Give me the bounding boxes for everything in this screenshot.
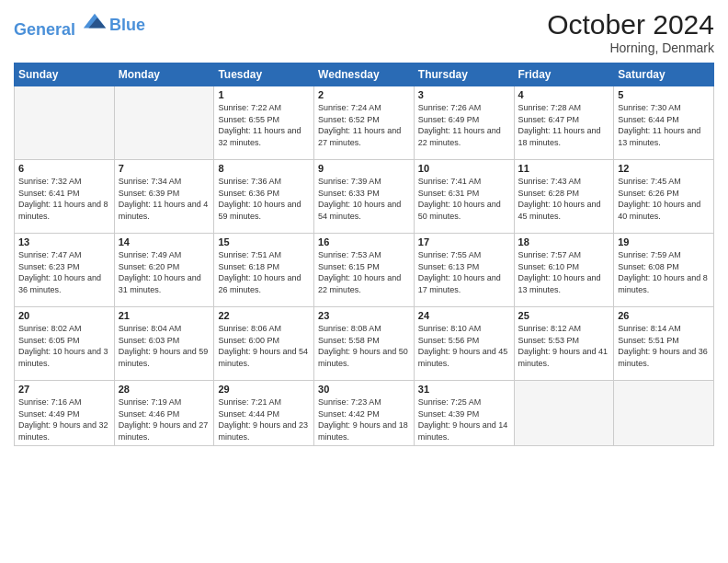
calendar-cell: 17Sunrise: 7:55 AM Sunset: 6:13 PM Dayli… xyxy=(414,234,514,307)
day-info: Sunrise: 7:24 AM Sunset: 6:52 PM Dayligh… xyxy=(318,102,410,148)
day-info: Sunrise: 8:10 AM Sunset: 5:56 PM Dayligh… xyxy=(418,323,510,369)
day-info: Sunrise: 8:12 AM Sunset: 5:53 PM Dayligh… xyxy=(518,323,610,369)
day-info: Sunrise: 7:36 AM Sunset: 6:36 PM Dayligh… xyxy=(218,176,310,222)
logo-icon xyxy=(82,9,108,35)
calendar-cell: 14Sunrise: 7:49 AM Sunset: 6:20 PM Dayli… xyxy=(114,234,214,307)
day-info: Sunrise: 7:53 AM Sunset: 6:15 PM Dayligh… xyxy=(318,249,410,295)
weekday-header-row: Sunday Monday Tuesday Wednesday Thursday… xyxy=(15,63,714,86)
logo: General Blue xyxy=(14,9,145,40)
calendar-cell: 13Sunrise: 7:47 AM Sunset: 6:23 PM Dayli… xyxy=(15,234,115,307)
header-monday: Monday xyxy=(114,63,214,86)
calendar-cell: 20Sunrise: 8:02 AM Sunset: 6:05 PM Dayli… xyxy=(15,307,115,381)
calendar: Sunday Monday Tuesday Wednesday Thursday… xyxy=(14,63,714,446)
calendar-cell: 15Sunrise: 7:51 AM Sunset: 6:18 PM Dayli… xyxy=(214,234,314,307)
day-number: 10 xyxy=(418,163,510,174)
header-tuesday: Tuesday xyxy=(214,63,314,86)
logo-blue-text: Blue xyxy=(109,17,145,35)
day-number: 29 xyxy=(218,384,310,395)
header: General Blue October 2024 Horning, Denma… xyxy=(14,9,714,55)
calendar-cell: 7Sunrise: 7:34 AM Sunset: 6:39 PM Daylig… xyxy=(114,160,214,234)
calendar-cell: 12Sunrise: 7:45 AM Sunset: 6:26 PM Dayli… xyxy=(614,160,714,234)
day-info: Sunrise: 7:25 AM Sunset: 4:39 PM Dayligh… xyxy=(418,396,510,442)
calendar-cell: 24Sunrise: 8:10 AM Sunset: 5:56 PM Dayli… xyxy=(414,307,514,381)
day-number: 20 xyxy=(18,310,110,321)
day-number: 8 xyxy=(218,163,310,174)
day-info: Sunrise: 7:41 AM Sunset: 6:31 PM Dayligh… xyxy=(418,176,510,222)
header-wednesday: Wednesday xyxy=(314,63,415,86)
calendar-cell: 26Sunrise: 8:14 AM Sunset: 5:51 PM Dayli… xyxy=(614,307,714,381)
day-info: Sunrise: 8:08 AM Sunset: 5:58 PM Dayligh… xyxy=(318,323,410,369)
day-info: Sunrise: 7:43 AM Sunset: 6:28 PM Dayligh… xyxy=(518,176,610,222)
day-info: Sunrise: 7:22 AM Sunset: 6:55 PM Dayligh… xyxy=(218,102,310,148)
day-number: 17 xyxy=(418,236,510,247)
day-info: Sunrise: 7:16 AM Sunset: 4:49 PM Dayligh… xyxy=(18,396,110,442)
day-info: Sunrise: 7:51 AM Sunset: 6:18 PM Dayligh… xyxy=(218,249,310,295)
day-info: Sunrise: 7:45 AM Sunset: 6:26 PM Dayligh… xyxy=(618,176,710,222)
day-number: 2 xyxy=(318,89,410,100)
calendar-cell: 10Sunrise: 7:41 AM Sunset: 6:31 PM Dayli… xyxy=(414,160,514,234)
day-info: Sunrise: 7:21 AM Sunset: 4:44 PM Dayligh… xyxy=(218,396,310,442)
day-number: 11 xyxy=(518,163,610,174)
calendar-cell: 30Sunrise: 7:23 AM Sunset: 4:42 PM Dayli… xyxy=(314,381,415,446)
day-number: 30 xyxy=(318,384,410,395)
day-number: 1 xyxy=(218,89,310,100)
calendar-cell: 29Sunrise: 7:21 AM Sunset: 4:44 PM Dayli… xyxy=(214,381,314,446)
day-info: Sunrise: 7:26 AM Sunset: 6:49 PM Dayligh… xyxy=(418,102,510,148)
header-thursday: Thursday xyxy=(414,63,514,86)
day-number: 16 xyxy=(318,236,410,247)
calendar-cell: 31Sunrise: 7:25 AM Sunset: 4:39 PM Dayli… xyxy=(414,381,514,446)
calendar-cell: 6Sunrise: 7:32 AM Sunset: 6:41 PM Daylig… xyxy=(15,160,115,234)
calendar-cell xyxy=(514,381,614,446)
calendar-cell: 19Sunrise: 7:59 AM Sunset: 6:08 PM Dayli… xyxy=(614,234,714,307)
title-block: October 2024 Horning, Denmark xyxy=(547,9,714,55)
header-friday: Friday xyxy=(514,63,614,86)
day-info: Sunrise: 7:39 AM Sunset: 6:33 PM Dayligh… xyxy=(318,176,410,222)
calendar-cell xyxy=(614,381,714,446)
day-info: Sunrise: 7:30 AM Sunset: 6:44 PM Dayligh… xyxy=(618,102,710,148)
location: Horning, Denmark xyxy=(547,40,714,55)
calendar-cell: 11Sunrise: 7:43 AM Sunset: 6:28 PM Dayli… xyxy=(514,160,614,234)
day-number: 22 xyxy=(218,310,310,321)
day-number: 7 xyxy=(119,163,210,174)
day-info: Sunrise: 7:28 AM Sunset: 6:47 PM Dayligh… xyxy=(518,102,610,148)
day-number: 12 xyxy=(618,163,710,174)
day-number: 27 xyxy=(18,384,110,395)
calendar-cell: 27Sunrise: 7:16 AM Sunset: 4:49 PM Dayli… xyxy=(15,381,115,446)
calendar-cell: 18Sunrise: 7:57 AM Sunset: 6:10 PM Dayli… xyxy=(514,234,614,307)
day-number: 9 xyxy=(318,163,410,174)
day-number: 15 xyxy=(218,236,310,247)
day-info: Sunrise: 7:55 AM Sunset: 6:13 PM Dayligh… xyxy=(418,249,510,295)
day-number: 25 xyxy=(518,310,610,321)
day-info: Sunrise: 7:19 AM Sunset: 4:46 PM Dayligh… xyxy=(119,396,210,442)
header-sunday: Sunday xyxy=(15,63,115,86)
calendar-cell: 23Sunrise: 8:08 AM Sunset: 5:58 PM Dayli… xyxy=(314,307,415,381)
day-number: 21 xyxy=(119,310,210,321)
day-number: 6 xyxy=(18,163,110,174)
day-number: 19 xyxy=(618,236,710,247)
calendar-cell xyxy=(15,86,115,160)
calendar-cell: 1Sunrise: 7:22 AM Sunset: 6:55 PM Daylig… xyxy=(214,86,314,160)
calendar-cell: 3Sunrise: 7:26 AM Sunset: 6:49 PM Daylig… xyxy=(414,86,514,160)
day-number: 5 xyxy=(618,89,710,100)
calendar-cell: 2Sunrise: 7:24 AM Sunset: 6:52 PM Daylig… xyxy=(314,86,415,160)
calendar-cell: 25Sunrise: 8:12 AM Sunset: 5:53 PM Dayli… xyxy=(514,307,614,381)
day-number: 26 xyxy=(618,310,710,321)
page: General Blue October 2024 Horning, Denma… xyxy=(0,0,728,563)
month-title: October 2024 xyxy=(547,9,714,40)
day-info: Sunrise: 7:59 AM Sunset: 6:08 PM Dayligh… xyxy=(618,249,710,295)
calendar-cell xyxy=(114,86,214,160)
calendar-cell: 8Sunrise: 7:36 AM Sunset: 6:36 PM Daylig… xyxy=(214,160,314,234)
day-number: 14 xyxy=(119,236,210,247)
header-saturday: Saturday xyxy=(614,63,714,86)
day-number: 28 xyxy=(119,384,210,395)
day-info: Sunrise: 7:34 AM Sunset: 6:39 PM Dayligh… xyxy=(119,176,210,222)
day-info: Sunrise: 8:04 AM Sunset: 6:03 PM Dayligh… xyxy=(119,323,210,369)
day-number: 23 xyxy=(318,310,410,321)
day-number: 31 xyxy=(418,384,510,395)
day-number: 4 xyxy=(518,89,610,100)
day-info: Sunrise: 7:57 AM Sunset: 6:10 PM Dayligh… xyxy=(518,249,610,295)
day-info: Sunrise: 7:49 AM Sunset: 6:20 PM Dayligh… xyxy=(119,249,210,295)
day-info: Sunrise: 7:32 AM Sunset: 6:41 PM Dayligh… xyxy=(18,176,110,222)
day-info: Sunrise: 7:47 AM Sunset: 6:23 PM Dayligh… xyxy=(18,249,110,295)
calendar-cell: 9Sunrise: 7:39 AM Sunset: 6:33 PM Daylig… xyxy=(314,160,415,234)
